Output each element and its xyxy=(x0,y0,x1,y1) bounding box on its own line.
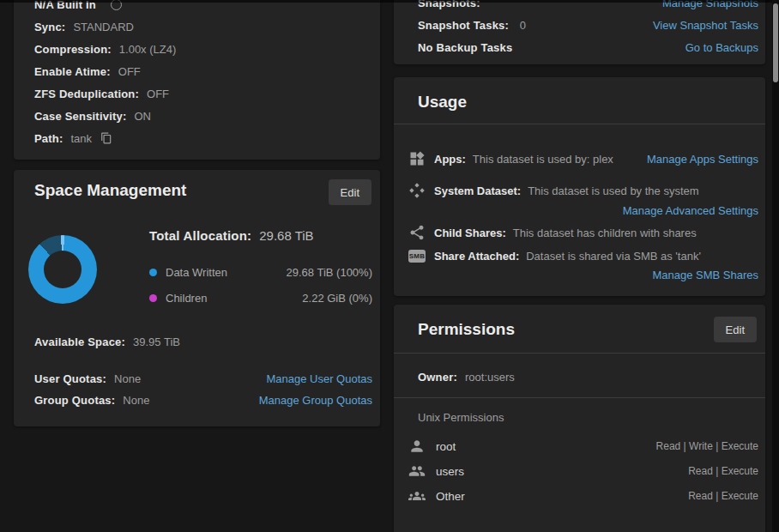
detail-value: 1.00x (LZ4) xyxy=(119,43,176,56)
group-quotas-row: Group Quotas: None Manage Group Quotas xyxy=(34,391,372,408)
legend-data-written: Data Written 29.68 TiB (100%) xyxy=(149,263,372,281)
divider xyxy=(394,124,765,124)
manage-advanced-settings-link[interactable]: Manage Advanced Settings xyxy=(623,204,758,217)
legend-value: 2.22 GiB (0%) xyxy=(302,292,372,305)
available-space-label: Available Space: xyxy=(34,336,125,348)
protection-value: 0 xyxy=(520,19,526,32)
total-allocation-label: Total Allocation: xyxy=(149,228,251,243)
permission-entry-root: root Read | Write | Execute xyxy=(408,436,758,456)
manage-group-quotas-link[interactable]: Manage Group Quotas xyxy=(259,394,372,407)
system-dataset-text: This dataset is used by the system xyxy=(528,184,698,197)
legend-label: Children xyxy=(166,292,207,305)
protection-label: No Backup Tasks xyxy=(418,41,512,54)
permission-entry-name: root xyxy=(436,440,456,453)
system-dataset-label: System Dataset: xyxy=(434,184,521,197)
permission-entry-other: Other Read | Execute xyxy=(408,486,758,506)
available-space-value: 39.95 TiB xyxy=(133,336,180,348)
group-quotas-value: None xyxy=(123,394,149,407)
permissions-card: Permissions Edit Owner: root:users Unix … xyxy=(394,305,765,532)
manage-apps-settings-link[interactable]: Manage Apps Settings xyxy=(647,153,758,166)
permission-entry-perms: Read | Execute xyxy=(688,465,758,477)
permission-entry-perms: Read | Write | Execute xyxy=(656,440,758,452)
legend-value: 29.68 TiB (100%) xyxy=(287,266,372,279)
detail-row: Case Sensitivity: ON xyxy=(34,105,366,127)
available-space-row: Available Space: 39.95 TiB xyxy=(34,333,180,350)
people-icon xyxy=(408,462,426,480)
permission-entry-name: Other xyxy=(436,490,465,503)
data-written-dot-icon xyxy=(149,269,157,276)
protection-row: No Backup Tasks Go to Backups xyxy=(418,36,758,58)
person-icon xyxy=(408,438,426,455)
child-shares-text: This dataset has children with shares xyxy=(513,227,697,239)
share-attached-text: Dataset is shared via SMB as 'tank' xyxy=(526,250,701,263)
detail-row: Sync: STANDARD xyxy=(34,15,366,38)
legend-label: Data Written xyxy=(166,266,227,279)
detail-row: Enable Atime: OFF xyxy=(34,60,366,82)
detail-label: Case Sensitivity: xyxy=(34,110,126,123)
usage-title: Usage xyxy=(418,93,467,112)
detail-label: ZFS Deduplication: xyxy=(34,88,139,100)
children-dot-icon xyxy=(149,294,157,302)
space-edit-button[interactable]: Edit xyxy=(329,179,371,205)
permission-entry-perms: Read | Execute xyxy=(688,490,758,502)
manage-user-quotas-link[interactable]: Manage User Quotas xyxy=(266,372,372,385)
detail-label: Enable Atime: xyxy=(34,65,111,78)
detail-value: STANDARD xyxy=(73,21,134,33)
dataset-details-page: N/A Built In Sync: STANDARD Compression:… xyxy=(0,0,779,532)
legend-children: Children 2.22 GiB (0%) xyxy=(149,288,372,307)
allocation-donut-chart xyxy=(28,235,97,304)
divider xyxy=(394,397,765,398)
groups-icon xyxy=(408,487,426,505)
detail-value: OFF xyxy=(118,65,141,78)
share-attached-label: Share Attached: xyxy=(434,250,519,263)
space-management-card: Space Management Edit Total Allocation: … xyxy=(14,170,380,426)
permissions-title: Permissions xyxy=(418,320,515,339)
user-quotas-label: User Quotas: xyxy=(34,372,106,385)
detail-row: Path: tank xyxy=(34,127,366,149)
owner-row: Owner: root:users xyxy=(418,368,515,385)
copy-path-icon[interactable] xyxy=(100,132,112,144)
detail-value: tank xyxy=(71,132,93,145)
divider xyxy=(394,353,765,354)
total-allocation-value: 29.68 TiB xyxy=(259,228,313,243)
user-quotas-value: None xyxy=(114,372,141,385)
apps-grid-icon xyxy=(408,150,426,167)
permission-entry-users: users Read | Execute xyxy=(408,461,758,481)
manage-smb-shares-link[interactable]: Manage SMB Shares xyxy=(652,269,758,281)
detail-label: Compression: xyxy=(34,43,112,56)
detail-label: Path: xyxy=(34,132,63,145)
owner-label: Owner: xyxy=(418,371,457,384)
usage-card: Usage Apps: This dataset is used by: ple… xyxy=(394,77,765,296)
usage-row-system-dataset: System Dataset: This dataset is used by … xyxy=(408,181,758,200)
manage-smb-shares-row: Manage SMB Shares xyxy=(652,267,758,282)
permission-entry-name: users xyxy=(436,465,464,478)
scrollbar-thumb[interactable] xyxy=(773,3,778,82)
smb-badge-icon: SMB xyxy=(408,247,426,264)
total-allocation: Total Allocation: 29.68 TiB xyxy=(149,227,314,244)
group-quotas-label: Group Quotas: xyxy=(34,394,115,407)
share-icon xyxy=(408,224,426,241)
usage-row-share-attached: SMB Share Attached: Dataset is shared vi… xyxy=(408,246,758,265)
detail-label: Sync: xyxy=(34,21,65,33)
apps-text: This dataset is used by: plex xyxy=(473,153,613,166)
detail-value: OFF xyxy=(147,88,169,100)
view-snapshot-tasks-link[interactable]: View Snapshot Tasks xyxy=(653,19,758,32)
dataset-details-card: N/A Built In Sync: STANDARD Compression:… xyxy=(14,0,380,160)
data-protection-card: Snapshots: Manage Snapshots Snapshot Tas… xyxy=(394,0,765,64)
dataset-icon xyxy=(408,182,426,199)
user-quotas-row: User Quotas: None Manage User Quotas xyxy=(34,370,372,387)
go-to-backups-link[interactable]: Go to Backups xyxy=(685,41,758,54)
manage-advanced-settings-row: Manage Advanced Settings xyxy=(623,203,758,218)
owner-value: root:users xyxy=(465,371,515,384)
space-management-title: Space Management xyxy=(34,181,186,200)
usage-row-apps: Apps: This dataset is used by: plex Mana… xyxy=(408,149,758,168)
protection-row: Snapshot Tasks: 0 View Snapshot Tasks xyxy=(418,14,758,36)
detail-value: ON xyxy=(134,110,151,123)
usage-row-child-shares: Child Shares: This dataset has children … xyxy=(408,223,758,242)
scrollbar[interactable] xyxy=(772,0,779,532)
apps-label: Apps: xyxy=(434,153,466,166)
protection-label: Snapshot Tasks: xyxy=(418,19,509,32)
permissions-edit-button[interactable]: Edit xyxy=(714,317,757,342)
child-shares-label: Child Shares: xyxy=(434,227,506,239)
top-edge-shadow xyxy=(0,0,779,3)
